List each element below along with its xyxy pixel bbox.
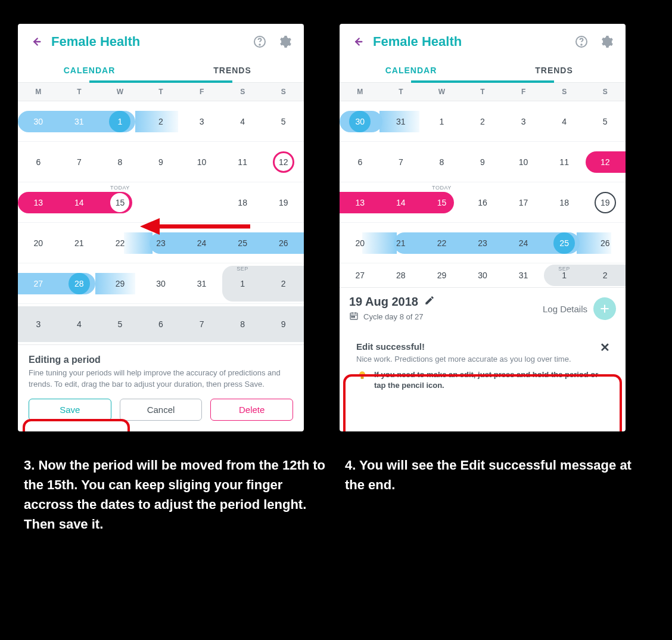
day-cell[interactable]: 30 [33, 117, 43, 126]
day-cell[interactable]: 15 [437, 198, 447, 207]
day-cell[interactable]: 9 [480, 157, 485, 167]
day-cell[interactable]: 15 [116, 198, 125, 207]
day-cell[interactable]: 31 [197, 279, 207, 288]
day-cell[interactable]: 25 [559, 238, 569, 248]
day-cell[interactable]: 30 [355, 117, 365, 126]
day-cell[interactable]: 20 [355, 238, 365, 248]
day-cell[interactable]: 22 [116, 238, 125, 248]
calendar-grid[interactable]: 30 31 1 2 3 4 5 6 7 8 9 10 [18, 101, 304, 344]
day-cell[interactable]: 2 [281, 279, 286, 288]
page-title: Female Health [373, 34, 565, 49]
day-cell[interactable]: 21 [396, 238, 406, 248]
day-cell[interactable]: 30 [156, 279, 166, 288]
day-cell[interactable]: 25 [238, 238, 247, 248]
day-cell[interactable]: 20 [33, 238, 43, 248]
svg-rect-11 [353, 316, 354, 318]
day-cell[interactable]: 27 [33, 279, 43, 288]
pencil-icon[interactable] [424, 295, 435, 309]
day-cell[interactable]: 6 [357, 157, 362, 167]
day-cell[interactable]: 7 [399, 157, 403, 167]
day-cell[interactable]: 19 [601, 198, 610, 207]
day-cell[interactable]: 9 [158, 157, 163, 167]
day-cell[interactable]: 24 [197, 238, 207, 248]
gear-icon[interactable] [598, 33, 615, 50]
day-cell[interactable]: 17 [519, 198, 528, 207]
back-arrow-icon[interactable] [350, 35, 365, 49]
day-cell[interactable]: 11 [559, 157, 569, 167]
day-cell[interactable]: 3 [200, 117, 204, 126]
day-cell[interactable]: 5 [118, 319, 123, 329]
cancel-button[interactable]: Cancel [120, 399, 203, 421]
day-cell[interactable]: 29 [116, 279, 125, 288]
day-cell[interactable]: 30 [478, 271, 487, 280]
day-cell[interactable]: 18 [238, 198, 247, 207]
day-cell[interactable]: 2 [480, 117, 485, 126]
gear-icon[interactable] [276, 33, 293, 50]
day-cell[interactable]: 7 [200, 319, 204, 329]
tab-trends[interactable]: TRENDS [161, 57, 304, 82]
day-cell[interactable]: 11 [238, 157, 247, 167]
day-cell[interactable]: 27 [355, 271, 365, 280]
day-cell[interactable]: 31 [519, 271, 528, 280]
day-cell[interactable]: 13 [33, 198, 43, 207]
day-cell[interactable]: 26 [601, 238, 610, 248]
day-cell[interactable]: 1 [118, 117, 123, 126]
day-cell[interactable]: 7 [77, 157, 82, 167]
day-cell[interactable]: 23 [478, 238, 487, 248]
dow-label: S [584, 83, 626, 101]
help-icon[interactable] [573, 33, 590, 50]
day-cell[interactable]: 28 [74, 279, 84, 288]
save-button[interactable]: Save [29, 399, 111, 421]
close-icon[interactable]: ✕ [600, 340, 610, 355]
day-cell[interactable]: 16 [478, 198, 487, 207]
day-cell[interactable]: 12 [279, 157, 288, 167]
day-cell[interactable]: 19 [279, 198, 288, 207]
day-cell[interactable]: 13 [355, 198, 365, 207]
day-cell[interactable]: 31 [396, 117, 406, 126]
day-cell[interactable]: 4 [77, 319, 82, 329]
day-cell[interactable]: 3 [521, 117, 526, 126]
day-cell[interactable]: 2 [158, 117, 163, 126]
day-cell[interactable]: 6 [158, 319, 163, 329]
delete-button[interactable]: Delete [210, 399, 293, 421]
day-cell[interactable]: 9 [281, 319, 286, 329]
day-cell[interactable]: 8 [440, 157, 444, 167]
day-cell[interactable]: 1 [240, 279, 245, 288]
day-cell[interactable]: 4 [562, 117, 567, 126]
day-cell[interactable]: 26 [279, 238, 288, 248]
day-cell[interactable]: 1 [562, 271, 567, 280]
day-cell[interactable]: 3 [36, 319, 41, 329]
calendar-icon [349, 311, 359, 322]
calendar-grid[interactable]: 30 31 1 2 3 4 5 6 7 8 9 [340, 101, 626, 287]
day-cell[interactable]: 24 [519, 238, 528, 248]
help-icon[interactable] [251, 33, 268, 50]
day-cell[interactable]: 28 [396, 271, 406, 280]
day-cell[interactable]: 22 [437, 238, 447, 248]
day-cell[interactable]: 14 [74, 198, 84, 207]
day-cell[interactable]: 23 [156, 238, 166, 248]
log-details-panel: 19 Aug 2018 Cycle day 8 of 27 [340, 287, 626, 328]
day-cell[interactable]: 2 [603, 271, 608, 280]
day-cell[interactable]: 1 [440, 117, 444, 126]
day-cell[interactable]: 21 [74, 238, 84, 248]
day-cell[interactable]: 8 [240, 319, 245, 329]
edit-success-toast: Edit successful! Nice work. Predictions … [348, 334, 617, 399]
day-cell[interactable]: 4 [240, 117, 245, 126]
day-cell[interactable]: 8 [118, 157, 123, 167]
svg-rect-15 [361, 377, 364, 379]
day-cell[interactable]: 29 [437, 271, 447, 280]
day-cell[interactable]: 10 [519, 157, 528, 167]
back-arrow-icon[interactable] [29, 35, 43, 49]
day-cell[interactable]: 6 [36, 157, 41, 167]
tab-trends[interactable]: TRENDS [483, 57, 626, 82]
day-cell[interactable]: 31 [74, 117, 84, 126]
tab-calendar[interactable]: CALENDAR [340, 57, 483, 82]
day-cell[interactable]: 10 [197, 157, 207, 167]
add-log-button[interactable] [593, 297, 616, 320]
day-cell[interactable]: 5 [281, 117, 286, 126]
day-cell[interactable]: 14 [396, 198, 406, 207]
day-cell[interactable]: 18 [559, 198, 569, 207]
day-cell[interactable]: 5 [603, 117, 608, 126]
tab-calendar[interactable]: CALENDAR [18, 57, 161, 82]
day-cell[interactable]: 12 [601, 157, 610, 167]
